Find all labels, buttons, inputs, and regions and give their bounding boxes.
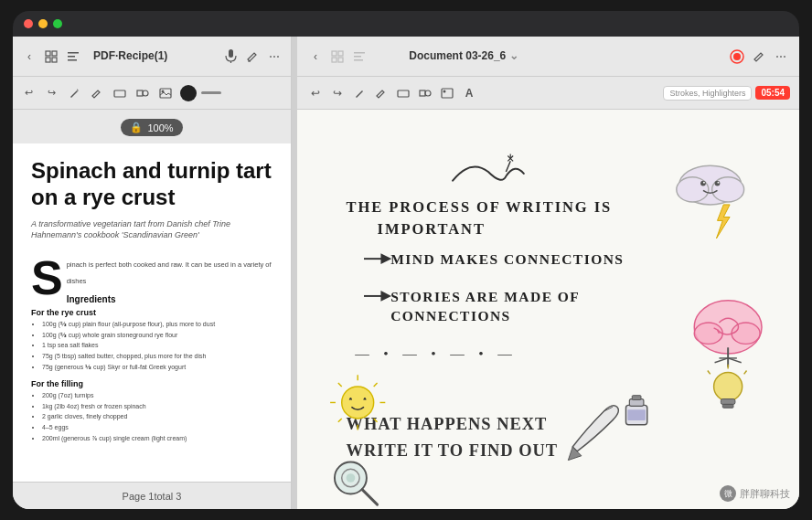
maximize-button[interactable] [53, 19, 62, 28]
doc-title-text: Document 03-26_6 [409, 49, 506, 62]
rye-item-3: 1 tsp sea salt flakes [42, 341, 272, 350]
stroke-width[interactable] [201, 91, 221, 94]
content-area: ‹ PDF·Recipe(1) [13, 37, 799, 509]
edit-icon[interactable] [243, 48, 262, 66]
right-overflow-icon[interactable]: ⋯ [772, 48, 790, 66]
eraser-icon[interactable] [110, 83, 130, 103]
wm-text: 胖胖聊科技 [740, 487, 790, 501]
svg-point-41 [717, 182, 719, 184]
svg-line-70 [362, 490, 378, 505]
back-button[interactable]: ‹ [20, 48, 38, 66]
magnify-doodle [335, 462, 378, 505]
grid-icon[interactable] [42, 48, 60, 66]
right-grid-icon[interactable] [328, 48, 347, 66]
close-button[interactable] [24, 19, 33, 28]
pdf-title: PDF·Recipe(1) [86, 37, 218, 77]
filling-list: 200g (7oz) turnips 1kg (2lb 4oz) fresh o… [31, 391, 272, 443]
svg-point-72 [347, 473, 356, 483]
handwriting-bullet2: STORIES ARE MADE OF [390, 289, 580, 304]
handwriting-line1: THE PROCESS OF WRITING IS [347, 198, 613, 216]
circular-doodle [694, 301, 762, 367]
filling-item-5: 200ml (generous ⅞ cup) single cream (lig… [42, 434, 272, 443]
svg-line-29 [506, 161, 510, 172]
svg-rect-16 [338, 51, 343, 56]
right-highlight-icon[interactable] [372, 84, 390, 102]
filling-item-1: 200g (7oz) turnips [42, 391, 272, 400]
right-redo-icon[interactable]: ↪ [328, 84, 347, 102]
right-content: THE PROCESS OF WRITING IS IMPORTANT MIND… [297, 110, 799, 509]
zoom-level: 100% [147, 122, 173, 133]
redo-icon[interactable]: ↪ [41, 83, 61, 103]
right-panel: ‹ Document [297, 37, 799, 509]
right-undo-icon[interactable]: ↩ [306, 84, 325, 102]
pen-doodle [568, 406, 618, 461]
pdf-subtitle: A transformative vegetarian tart from Da… [31, 218, 272, 241]
svg-line-47 [338, 383, 342, 387]
mountain-doodle [453, 154, 524, 181]
svg-point-28 [443, 90, 446, 92]
top-bar [13, 11, 799, 37]
left-panel: ‹ PDF·Recipe(1) [13, 37, 292, 509]
doc-title: Document 03-26_6 ⌄ [372, 37, 556, 77]
svg-rect-2 [46, 58, 50, 62]
drop-cap-letter: S [31, 254, 63, 302]
record-button[interactable] [728, 48, 746, 66]
svg-rect-60 [722, 404, 733, 408]
svg-rect-59 [721, 399, 735, 405]
handwriting-line3: WHAT HAPPENS NEXT [347, 415, 548, 433]
svg-rect-4 [68, 52, 79, 54]
svg-line-63 [708, 371, 710, 375]
svg-rect-13 [160, 89, 171, 98]
svg-point-39 [715, 181, 721, 186]
rye-item-1: 100g (⅔ cup) plain flour (all-purpose fl… [42, 320, 272, 329]
filling-item-3: 2 garlic cloves, finely chopped [42, 412, 272, 421]
ink-bottle [625, 396, 646, 425]
right-toolbar2: ↩ ↪ [297, 77, 799, 110]
undo-icon[interactable]: ↩ [18, 83, 38, 103]
lock-icon: 🔒 [130, 122, 143, 133]
svg-line-49 [338, 419, 342, 422]
zoom-badge[interactable]: 🔒 100% [121, 119, 182, 136]
microphone-icon[interactable] [221, 48, 240, 66]
right-shapes-icon[interactable] [416, 84, 434, 102]
strokes-highlighters-button[interactable]: Strokes, Highlighters [663, 86, 752, 101]
pen-icon[interactable] [64, 83, 84, 103]
color-black[interactable] [180, 85, 197, 101]
right-edit-icon[interactable] [750, 48, 768, 66]
drop-cap-section: S pinach is perfect both cooked and raw.… [31, 254, 272, 287]
right-image-icon[interactable] [438, 84, 456, 102]
svg-rect-20 [354, 56, 361, 58]
right-back-button[interactable]: ‹ [306, 48, 325, 66]
right-text-icon[interactable]: A [460, 84, 478, 102]
pdf-body-intro: pinach is perfect both cooked and raw. I… [67, 260, 272, 285]
filling-item-4: 4–5 eggs [42, 423, 272, 432]
handwriting-line4: WRITE IT TO FIND OUT [347, 441, 559, 460]
highlighter-icon[interactable] [87, 83, 107, 103]
rye-item-2: 100g (⅔ cup) whole grain stoneground rye… [42, 331, 272, 340]
wm-icon: 微 [720, 485, 736, 502]
doc-title-chevron[interactable]: ⌄ [509, 49, 518, 62]
shapes-icon[interactable] [133, 83, 153, 103]
svg-rect-1 [52, 51, 57, 56]
overflow-menu-icon[interactable]: ⋯ [265, 48, 283, 66]
pdf-main-title: Spinach and turnip tart on a rye crust [31, 158, 272, 211]
svg-line-48 [374, 383, 378, 387]
image-icon[interactable] [155, 83, 176, 103]
watermark: 微 胖胖聊科技 [720, 485, 790, 502]
right-list-icon[interactable] [350, 48, 369, 66]
svg-rect-17 [332, 58, 337, 62]
handwriting-bullet2b: CONNECTIONS [390, 308, 511, 324]
zoom-area: 🔒 100% [13, 110, 291, 143]
svg-point-23 [733, 53, 741, 60]
svg-rect-5 [68, 56, 75, 58]
svg-rect-25 [420, 90, 425, 96]
minimize-button[interactable] [38, 19, 48, 28]
svg-rect-0 [46, 51, 50, 56]
more-icon[interactable] [64, 48, 82, 66]
right-eraser-icon[interactable] [394, 84, 412, 102]
right-pen-icon[interactable] [350, 84, 369, 102]
svg-point-12 [143, 90, 148, 96]
svg-rect-68 [627, 409, 645, 420]
left-toolbar: ‹ PDF·Recipe(1) [13, 37, 291, 77]
svg-rect-6 [68, 59, 77, 61]
